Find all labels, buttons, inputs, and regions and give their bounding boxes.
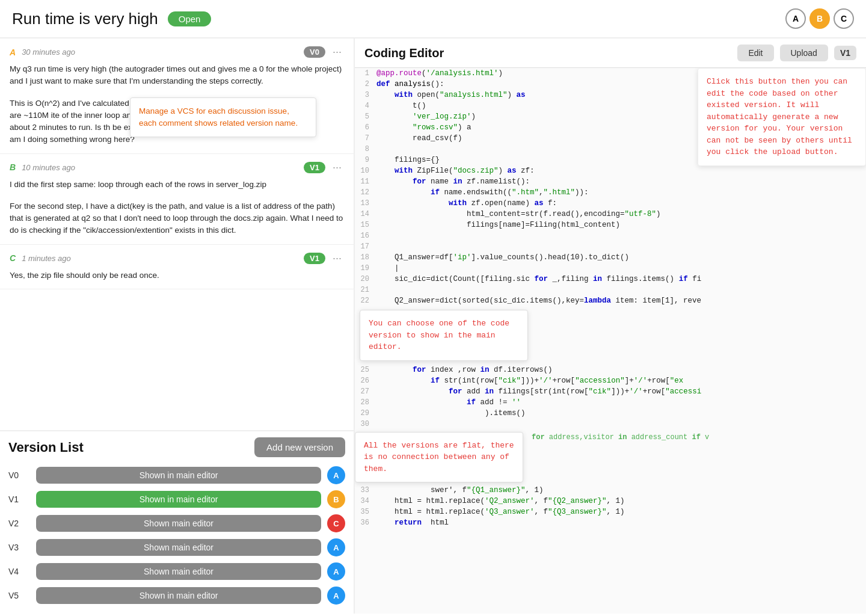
author-c: C [10, 253, 16, 263]
code-line-35: 35 html = html.replace('Q3_answer', f"{Q… [355, 507, 866, 517]
code-line-11: 11 for name in zf.namelist(): [355, 176, 866, 187]
tooltip-vcs: Manage a VCS for each discussion issue, … [130, 97, 316, 138]
main-layout: A 30 minutes ago V0 ··· My q3 run time i… [0, 38, 866, 614]
add-version-button[interactable]: Add new version [254, 437, 345, 457]
version-row-v4: V4 Shown main editor A [8, 559, 345, 584]
code-line-34: 34 html = html.replace('Q2_answer', f"{Q… [355, 496, 866, 507]
code-line-28: 28 if add != '' [355, 397, 866, 408]
tooltip-choose-text: You can choose one of the code version t… [369, 319, 509, 351]
right-panel: Coding Editor Edit Upload V1 Click this … [355, 38, 866, 614]
more-btn-a[interactable]: ··· [330, 46, 344, 58]
version-label-v3: V3 [8, 543, 30, 552]
comment-block-c: C 1 minutes ago V1 ··· Yes, the zip file… [0, 245, 354, 289]
comment-block-b: B 10 minutes ago V1 ··· I did the first … [0, 154, 354, 245]
code-line-25: 25 for index ,row in df.iterrows() [355, 365, 866, 375]
tooltip-edit-text: Click this button then you can edit the … [707, 77, 852, 156]
code-line-36: 36 return html [355, 517, 866, 528]
version-list-title: Version List [8, 440, 84, 455]
shown-btn-v4[interactable]: Shown main editor [36, 563, 321, 580]
comment-text-b2: For the second step, I have a dict(key i… [10, 200, 344, 237]
time-b: 10 minutes ago [22, 163, 75, 172]
version-label-v1: V1 [8, 494, 30, 504]
code-line-17: 17 [355, 241, 866, 252]
code-line-27: 27 for add in filings[str(int(row["cik"]… [355, 386, 866, 397]
code-line-13: 13 with zf.open(name) as f: [355, 198, 866, 209]
version-row-v3: V3 Shown main editor A [8, 535, 345, 559]
comment-header-c: C 1 minutes ago V1 ··· [10, 252, 344, 265]
version-label-v4: V4 [8, 567, 30, 576]
comment-text-a1: My q3 run time is very high (the autogra… [10, 63, 344, 88]
tooltip-flat-text: All the versions are flat, there is no c… [364, 441, 514, 473]
comment-header-a: A 30 minutes ago V0 ··· [10, 46, 344, 58]
code-line-inline: for address,visitor in address_count if … [529, 432, 866, 443]
code-line-15: 15 filings[name]=Filing(html_content) [355, 220, 866, 230]
version-label-v0: V0 [8, 470, 30, 480]
version-tag-a: V0 [304, 46, 325, 58]
shown-btn-v5[interactable]: Shown in main editor [36, 587, 321, 604]
version-row-v5: V5 Shown in main editor A [8, 584, 345, 608]
avatar-a[interactable]: A [785, 8, 806, 29]
avatar-group: A B C [785, 8, 854, 29]
editor-version-badge: V1 [834, 46, 856, 60]
code-line-10: 10 with ZipFile("docs.zip") as zf: [355, 165, 866, 176]
code-line-16: 16 [355, 230, 866, 241]
code-area[interactable]: Click this button then you can edit the … [355, 68, 866, 614]
version-list-section: Version List Add new version V0 Shown in… [0, 430, 354, 614]
version-label-v5: V5 [8, 591, 30, 600]
version-row-v2: V2 Shown main editor C [8, 511, 345, 535]
left-panel: A 30 minutes ago V0 ··· My q3 run time i… [0, 38, 355, 614]
comment-header-b: B 10 minutes ago V1 ··· [10, 161, 344, 174]
shown-btn-v2[interactable]: Shown main editor [36, 515, 321, 532]
avatar-v2: C [327, 514, 345, 532]
top-bar: Run time is very high Open A B C [0, 0, 866, 38]
comments-section: A 30 minutes ago V0 ··· My q3 run time i… [0, 38, 354, 430]
tooltip-choose: You can choose one of the code version t… [360, 310, 528, 361]
avatar-v0: A [327, 466, 345, 484]
comment-text-b1: I did the first step same: loop through … [10, 179, 344, 191]
tooltip-edit: Click this button then you can edit the … [698, 68, 866, 166]
status-badge: Open [168, 11, 212, 26]
version-row-v0: V0 Shown in main editor A [8, 463, 345, 487]
code-line-18: 18 Q1_answer=df['ip'].value_counts().hea… [355, 252, 866, 263]
time-a: 30 minutes ago [22, 48, 75, 57]
comment-block-a: A 30 minutes ago V0 ··· My q3 run time i… [0, 38, 354, 154]
avatar-c[interactable]: C [834, 8, 854, 29]
shown-btn-v3[interactable]: Shown main editor [36, 539, 321, 556]
version-row-v1: V1 Shown in main editor B [8, 487, 345, 511]
code-line-30: 30 [355, 419, 866, 430]
code-line-14: 14 html_content=str(f.read(),encoding="u… [355, 209, 866, 220]
time-c: 1 minutes ago [22, 254, 71, 263]
avatar-v3: A [327, 538, 345, 556]
comment-text-c1: Yes, the zip file should only be read on… [10, 270, 344, 282]
version-tag-c: V1 [304, 253, 325, 264]
avatar-v5: A [327, 587, 345, 605]
edit-button[interactable]: Edit [737, 45, 773, 61]
avatar-b[interactable]: B [809, 8, 830, 29]
version-list-header: Version List Add new version [8, 437, 345, 457]
tooltip-vcs-text: Manage a VCS for each discussion issue, … [139, 106, 298, 128]
code-line-20: 20 sic_dic=dict(Count([filing.sic for _,… [355, 274, 866, 285]
author-b: B [10, 162, 16, 172]
shown-btn-v0[interactable]: Shown in main editor [36, 467, 321, 484]
code-line-29: 29 ).items() [355, 408, 866, 419]
code-line-26: 26 if str(int(row["cik"]))+'/'+row["acce… [355, 375, 866, 386]
upload-button[interactable]: Upload [780, 45, 828, 61]
code-line-21: 21 [355, 285, 866, 295]
avatar-v4: A [327, 562, 345, 581]
editor-header: Coding Editor Edit Upload V1 [355, 38, 866, 68]
app-title: Run time is very high [12, 10, 158, 28]
top-bar-left: Run time is very high Open [12, 10, 211, 28]
code-line-33: 33 swer', f"{Q1_answer}", 1) [355, 485, 866, 496]
more-btn-c[interactable]: ··· [330, 252, 344, 265]
author-a: A [10, 48, 16, 57]
avatar-v1: B [327, 490, 345, 508]
version-tag-b: V1 [304, 162, 325, 173]
code-line-12: 12 if name.endswith((".htm",".html")): [355, 187, 866, 198]
shown-btn-v1[interactable]: Shown in main editor [36, 491, 321, 508]
more-btn-b[interactable]: ··· [330, 161, 344, 174]
code-line-19: 19 | [355, 263, 866, 274]
version-label-v2: V2 [8, 519, 30, 528]
editor-title: Coding Editor [364, 46, 731, 60]
tooltip-flat: All the versions are flat, there is no c… [355, 432, 523, 483]
code-line-22: 22 Q2_answer=dict(sorted(sic_dic.items()… [355, 295, 866, 306]
